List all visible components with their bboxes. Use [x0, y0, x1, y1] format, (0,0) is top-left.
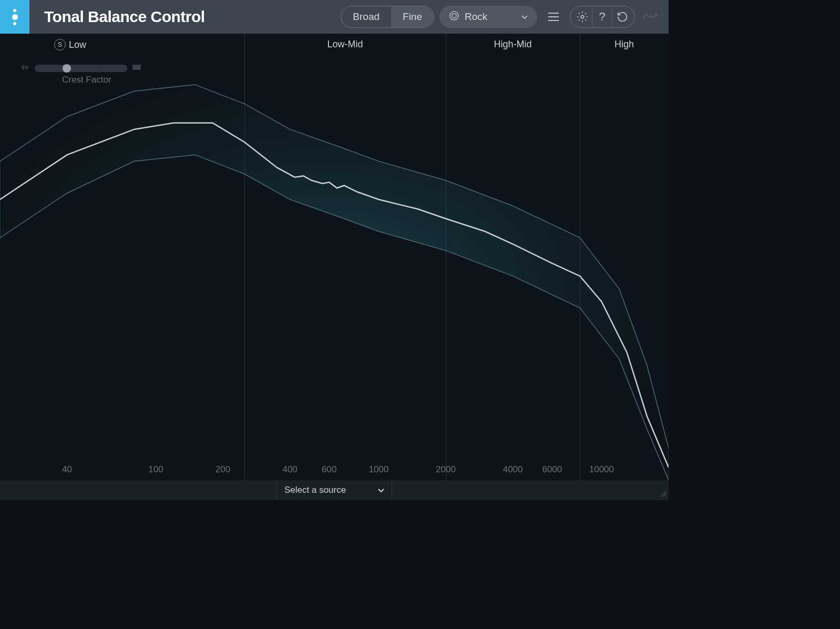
header-bar: Tonal Balance Control Broad Fine Rock: [0, 0, 669, 34]
help-button[interactable]: ?: [592, 6, 612, 28]
undo-circle-icon: [617, 11, 628, 23]
plugin-title: Tonal Balance Control: [44, 8, 205, 26]
settings-button[interactable]: [572, 6, 592, 28]
hamburger-icon: [547, 12, 560, 22]
view-mode-toggle: Broad Fine: [341, 6, 434, 28]
freq-tick-label: 200: [216, 464, 230, 475]
freq-tick-label: 40: [62, 464, 72, 475]
svg-point-5: [581, 15, 584, 18]
footer-bar: Select a source: [0, 480, 669, 500]
preset-label: Rock: [465, 11, 516, 23]
gear-icon: [577, 11, 588, 23]
freq-tick-label: 600: [322, 464, 336, 475]
resize-grip-icon[interactable]: [659, 490, 667, 499]
source-dropdown[interactable]: Select a source: [276, 480, 392, 500]
menu-button[interactable]: [542, 6, 565, 28]
freq-tick-label: 4000: [503, 464, 523, 475]
source-placeholder: Select a source: [284, 485, 346, 495]
brand-logo-icon: [0, 0, 29, 34]
history-button[interactable]: [612, 6, 632, 28]
util-icon-group: ?: [570, 6, 635, 28]
target-icon: [449, 11, 459, 23]
freq-tick-label: 1000: [368, 464, 388, 475]
svg-point-0: [450, 12, 458, 20]
freq-tick-label: 2000: [436, 464, 456, 475]
svg-line-21: [665, 495, 666, 496]
preset-dropdown[interactable]: Rock: [439, 6, 537, 28]
izotope-logo-icon: [642, 8, 659, 25]
view-fine-button[interactable]: Fine: [391, 6, 434, 27]
spectrum-curves: [0, 34, 669, 480]
svg-point-1: [452, 14, 456, 18]
spectrum-graph[interactable]: S Low Low-Mid High-Mid High Crest Factor: [0, 34, 669, 480]
freq-tick-label: 400: [282, 464, 297, 475]
view-broad-button[interactable]: Broad: [341, 6, 391, 27]
chevron-down-icon: [378, 485, 384, 495]
header-controls: Broad Fine Rock: [341, 6, 669, 28]
freq-tick-label: 10000: [589, 464, 614, 475]
freq-tick-label: 6000: [542, 464, 562, 475]
chevron-down-icon: [521, 13, 528, 21]
freq-tick-label: 100: [148, 464, 163, 475]
question-icon: ?: [599, 10, 605, 24]
